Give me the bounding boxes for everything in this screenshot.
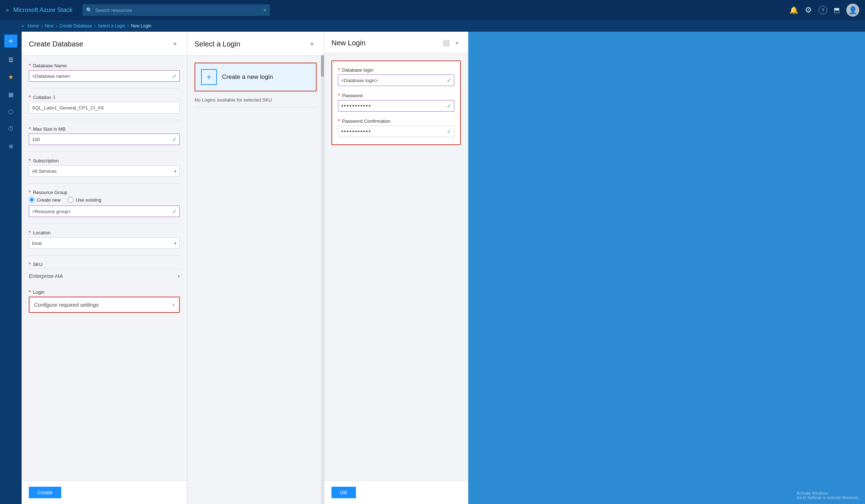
activate-windows-text: Activate WindowsGo to Settings to activa… [797,491,859,500]
required-star-11: * [338,118,340,124]
create-button[interactable]: Create [29,487,61,498]
create-database-panel: Create Database × * Database Name ✓ * [22,32,187,504]
password-check-icon: ✓ [447,103,451,109]
select-login-close-button[interactable]: × [307,39,317,49]
new-login-body: * Database login ✓ * Password [324,53,468,481]
breadcrumb-new-login: New Login [131,23,152,28]
feedback-icon[interactable]: ⬒ [834,6,840,14]
collation-input-wrapper [29,102,180,113]
password-group: * Password ✓ [338,93,454,112]
db-login-check-icon: ✓ [447,77,451,84]
clock-icon: ⏱ [8,126,14,132]
collation-input[interactable] [29,102,180,113]
required-star-3: * [29,126,31,132]
required-star: * [29,63,31,68]
collapse-icon[interactable]: » [6,7,9,13]
select-login-title: Select a Login [195,40,240,48]
create-new-radio[interactable] [29,197,35,203]
avatar-icon: 👤 [848,6,857,14]
create-database-close-button[interactable]: × [170,39,180,49]
new-login-close-button[interactable]: × [453,39,461,47]
collation-info-icon[interactable]: ℹ [53,94,55,100]
select-login-panel: Select a Login × + Create a new login No… [187,32,324,504]
required-star-6: * [29,230,31,235]
divider-1 [29,88,180,89]
resource-group-radio: Create new Use existing [29,197,180,203]
password-confirm-group: * Password Confirmation ✓ [338,118,454,137]
divider-4 [29,183,180,184]
sidebar-item-favorites[interactable]: ★ [1,69,20,85]
maximize-button[interactable]: ⬜ [440,39,452,47]
sidebar-item-menu[interactable]: ☰ [1,52,20,68]
password-confirm-input-wrapper: ✓ [338,126,454,137]
max-size-input[interactable] [29,134,180,145]
breadcrumb-select-login[interactable]: Select a Login [98,23,125,28]
sku-group: * SKU Enterprise-HA › [29,261,180,283]
password-input[interactable] [338,100,454,112]
database-name-label: * Database Name [29,63,180,68]
create-database-footer: Create [22,481,187,504]
divider-6 [29,255,180,256]
resource-group-use-existing[interactable]: Use existing [68,197,101,203]
create-new-login-card[interactable]: + Create a new login [195,63,317,91]
database-name-input[interactable] [29,70,180,82]
subscription-select[interactable]: All Services [29,165,180,177]
breadcrumb-home[interactable]: Home [28,23,39,28]
database-name-input-wrapper: ✓ [29,70,180,82]
breadcrumb-create-database[interactable]: Create Database [59,23,92,28]
search-input[interactable] [95,8,260,13]
create-database-body: * Database Name ✓ * Collation ℹ [22,55,187,481]
new-login-title: New Login [331,39,366,47]
collation-label: * Collation ℹ [29,94,180,100]
max-size-label: * Max Size in MB [29,126,180,132]
search-bar[interactable]: 🔍 × [83,4,270,16]
required-star-7: * [29,261,31,267]
required-star-10: * [338,93,340,98]
sku-chevron-icon: › [178,272,180,280]
divider-3 [29,152,180,152]
expand-icon[interactable]: » [22,23,24,28]
sidebar-add-button[interactable]: + [4,35,17,48]
use-existing-radio[interactable] [68,197,73,203]
resource-group-create-new[interactable]: Create new [29,197,61,203]
database-name-check-icon: ✓ [172,73,177,80]
sku-row[interactable]: Enterprise-HA › [29,269,180,283]
new-login-footer: OK [324,481,468,504]
search-close-icon[interactable]: × [263,7,266,13]
sku-label: * SKU [29,261,180,267]
create-login-label: Create a new login [222,73,273,81]
dashboard-icon: ▦ [8,91,14,98]
sidebar-item-resources[interactable]: ⬡ [1,104,20,120]
gear-icon[interactable]: ⚙ [805,5,812,15]
required-star-2: * [29,94,31,100]
subscription-select-wrapper: All Services ∨ [29,165,180,177]
bell-icon[interactable]: 🔔 [789,6,798,14]
breadcrumb: » Home › New › Create Database › Select … [0,20,865,32]
new-login-panel: New Login ⬜ × * Database login ✓ [324,32,468,504]
avatar[interactable]: 👤 [846,4,859,17]
collation-group: * Collation ℹ [29,94,180,113]
breadcrumb-new[interactable]: New [45,23,54,28]
login-row[interactable]: Configure required settings › [29,297,180,313]
new-login-header: New Login ⬜ × [324,32,468,53]
scrollbar[interactable] [321,55,324,504]
resource-group-input[interactable] [29,206,180,217]
create-database-header: Create Database × [22,32,187,55]
select-login-header: Select a Login × [187,32,324,55]
sidebar-item-dashboard[interactable]: ▦ [1,86,20,102]
required-star-5: * [29,189,31,195]
login-label: * Login [29,289,180,295]
topbar: » Microsoft Azure Stack 🔍 × 🔔 ⚙ ? ⬒ 👤 [0,0,865,20]
sku-value: Enterprise-HA [29,273,63,279]
password-confirm-input[interactable] [338,126,454,137]
right-area: Activate WindowsGo to Settings to activa… [468,32,865,504]
main-area: Create Database × * Database Name ✓ * [22,32,865,504]
location-label: * Location [29,230,180,235]
sidebar-item-history[interactable]: ⏱ [1,121,20,137]
login-group: * Login Configure required settings › [29,289,180,313]
sidebar-item-globe[interactable]: ⊕ [1,138,20,154]
help-icon[interactable]: ? [819,6,827,14]
db-login-input[interactable] [338,75,454,86]
ok-button[interactable]: OK [331,487,356,498]
location-select[interactable]: local [29,237,180,249]
